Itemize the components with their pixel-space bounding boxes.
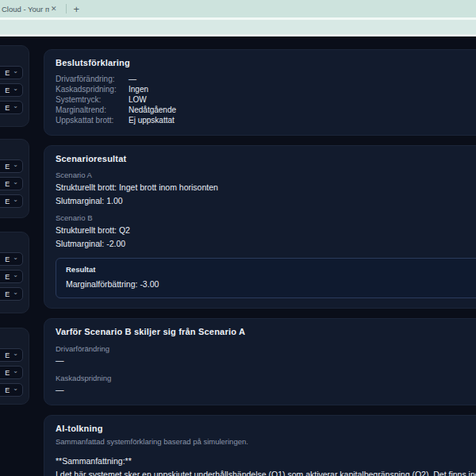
main-content: Beslutsförklaring Drivarförändring: — Ka… [36, 36, 476, 476]
chevron-down-icon: ⌄ [13, 197, 18, 203]
chevron-down-icon: ⌄ [13, 162, 18, 168]
card-title: Varför Scenario B skiljer sig från Scena… [56, 327, 476, 336]
select-value: E [5, 273, 10, 281]
sidebar-select[interactable]: E⌄ [0, 270, 23, 283]
diff-label: Kaskadspridning [56, 374, 476, 382]
chevron-down-icon: ⌄ [13, 179, 18, 186]
sidebar-select[interactable]: E⌄ [0, 159, 23, 173]
row-label: Uppskattat brott: [56, 115, 129, 125]
select-value: E [5, 104, 10, 112]
scenario-b-margin: Slutmarginal: -2.00 [56, 239, 476, 249]
browser-chrome: Cloud - Your medi ✕ + [0, 0, 476, 36]
result-box: Resultat Marginalförbättring: -3.00 [56, 258, 476, 298]
sidebar-select[interactable]: E⌄ [0, 287, 23, 301]
browser-tab[interactable]: Cloud - Your medi ✕ [0, 0, 57, 17]
tab-bar: Cloud - Your medi ✕ + [0, 0, 476, 17]
table-row: Drivarförändring: — [56, 74, 476, 84]
scenario-results-card: Scenarioresultat Scenario A Strukturellt… [44, 145, 476, 309]
table-row: Systemtryck: LOW [56, 94, 476, 105]
select-value: E [5, 69, 10, 77]
chevron-down-icon: ⌄ [13, 272, 18, 278]
select-value: E [5, 351, 10, 359]
ai-subtitle: Sammanfattad systemförklaring baserad på… [56, 437, 476, 446]
sidebar-select[interactable]: E⌄ [0, 83, 23, 97]
sidebar-select[interactable]: E⌄ [0, 177, 23, 190]
left-sidebar: E⌄ E⌄ E⌄ E⌄ E⌄ E⌄ E⌄ E⌄ E⌄ E⌄ E⌄ E⌄ [0, 36, 36, 476]
chevron-down-icon: ⌄ [13, 86, 18, 92]
chevron-down-icon: ⌄ [13, 103, 18, 109]
select-value: E [5, 386, 10, 394]
sidebar-select[interactable]: E⌄ [0, 194, 23, 208]
row-value: Nedåtgående [129, 105, 176, 115]
row-label: Marginaltrend: [56, 105, 129, 115]
select-value: E [5, 198, 10, 205]
table-row: Kaskadspridning: Ingen [56, 84, 476, 94]
sidebar-select[interactable]: E⌄ [0, 66, 23, 79]
tab-title: Cloud - Your medi [2, 5, 49, 13]
ai-interpretation-card: AI-tolkning Sammanfattad systemförklarin… [44, 415, 476, 476]
select-value: E [5, 369, 10, 377]
select-value: E [5, 255, 10, 263]
sidebar-select[interactable]: E⌄ [0, 383, 23, 397]
address-bar[interactable] [0, 20, 476, 34]
row-label: Drivarförändring: [56, 74, 129, 84]
app-window: E⌄ E⌄ E⌄ E⌄ E⌄ E⌄ E⌄ E⌄ E⌄ E⌄ E⌄ E⌄ Besl… [0, 36, 476, 476]
row-value: LOW [129, 94, 147, 105]
sidebar-group-2: E⌄ E⌄ E⌄ [0, 139, 29, 218]
row-value: Ej uppskattat [129, 115, 175, 125]
chevron-down-icon: ⌄ [13, 290, 18, 296]
row-label: Kaskadspridning: [56, 84, 129, 94]
sidebar-group-3: E⌄ E⌄ E⌄ [0, 232, 29, 313]
result-title: Resultat [66, 265, 476, 274]
scenario-b-break: Strukturellt brott: Q2 [56, 225, 476, 236]
card-title: Scenarioresultat [56, 154, 476, 163]
sidebar-group-1: E⌄ E⌄ E⌄ [0, 45, 29, 127]
chevron-down-icon: ⌄ [13, 68, 18, 75]
ai-section-heading: **Sammanfattning:** [56, 456, 476, 466]
card-title: AI-tolkning [56, 424, 476, 433]
card-title: Beslutsförklaring [56, 58, 476, 67]
table-row: Marginaltrend: Nedåtgående [56, 105, 476, 115]
select-value: E [5, 163, 10, 171]
sidebar-group-4: E⌄ E⌄ E⌄ [0, 328, 29, 405]
scenario-b-label: Scenario B [56, 213, 476, 222]
sidebar-select[interactable]: E⌄ [0, 252, 23, 266]
tab-close-icon[interactable]: ✕ [51, 5, 57, 13]
chevron-down-icon: ⌄ [13, 351, 18, 357]
sidebar-select[interactable]: E⌄ [0, 348, 23, 362]
table-row: Uppskattat brott: Ej uppskattat [56, 115, 476, 125]
decision-explanation-card: Beslutsförklaring Drivarförändring: — Ka… [44, 49, 476, 136]
diff-value: — [56, 355, 476, 366]
chevron-down-icon: ⌄ [13, 386, 18, 392]
scenario-a-label: Scenario A [56, 171, 476, 179]
scenario-diff-card: Varför Scenario B skiljer sig från Scena… [44, 318, 476, 405]
ai-paragraph-line: I det här systemet sker en uppskjutet un… [56, 470, 476, 476]
sidebar-select[interactable]: E⌄ [0, 366, 23, 379]
select-value: E [5, 290, 10, 298]
tab-separator [66, 4, 67, 13]
chevron-down-icon: ⌄ [13, 368, 18, 374]
result-value: Marginalförbättring: -3.00 [66, 279, 476, 290]
row-value: Ingen [129, 84, 148, 94]
sidebar-select[interactable]: E⌄ [0, 101, 23, 114]
row-value: — [129, 74, 136, 84]
scenario-a-margin: Slutmarginal: 1.00 [56, 196, 476, 206]
diff-label: Drivarförändring [56, 344, 476, 353]
select-value: E [5, 180, 10, 188]
select-value: E [5, 86, 10, 94]
chevron-down-icon: ⌄ [13, 255, 18, 261]
scenario-a-break: Strukturellt brott: Inget brott inom hor… [56, 182, 476, 193]
diff-value: — [56, 385, 476, 395]
row-label: Systemtryck: [56, 94, 129, 105]
new-tab-button[interactable]: + [74, 3, 80, 15]
